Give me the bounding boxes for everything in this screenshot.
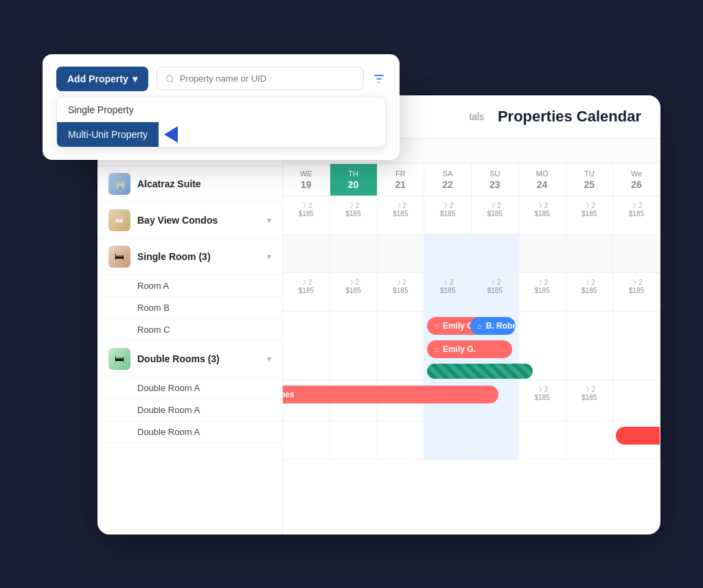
calendar-row-alcatraz: ☽ 2$185 ☽ 2$185 ☽ 2$185 ☽ 2$185 ☽ 2$185 … <box>283 196 660 235</box>
cal-cell[interactable]: ☽ 2$185 <box>378 196 425 234</box>
calendar-row-doublerooms: ☽ 2$185 ☽ 2$185 ☽ 2$185 ⌂ Alfred Jones ☽… <box>283 380 660 421</box>
booking-alfred[interactable]: ⌂ Alfred Jones <box>283 386 498 403</box>
airbnb-icon-3: ⌂ <box>477 322 482 330</box>
cal-cell[interactable]: ☽ 2$185 <box>472 196 519 234</box>
svg-point-0 <box>166 75 172 82</box>
day-header-20: TH 20 <box>330 164 378 196</box>
chevron-down-icon-3: ▾ <box>267 354 271 364</box>
calendar-row-bayview <box>283 235 660 273</box>
day-header-24: MO 24 <box>519 164 566 196</box>
search-icon <box>165 74 174 84</box>
chevron-down-icon-2: ▾ <box>267 252 271 261</box>
search-box <box>157 67 364 90</box>
booking-emily-2[interactable]: ⌂ Emily G. <box>427 340 512 358</box>
dropdown-arrow-icon: ▾ <box>132 73 137 84</box>
dropdown-item-single[interactable]: Single Property <box>57 97 385 122</box>
page-title: Properties Calendar <box>498 108 641 126</box>
tab-rentals[interactable]: tals <box>469 108 484 125</box>
search-input[interactable] <box>180 73 355 84</box>
dropdown-item-multiunit[interactable]: Multi-Unit Property <box>57 122 159 147</box>
property-name-bayview: Bay View Condos <box>137 215 260 226</box>
day-header-21: FR 21 <box>378 164 425 196</box>
cal-cell[interactable]: ☽ 2$185 <box>519 196 566 234</box>
day-header-22: SA 22 <box>424 164 472 196</box>
dropdown-item-multiunit-wrapper: Multi-Unit Property <box>57 122 385 147</box>
property-row-alcatraz[interactable]: 🏢 Alcatraz Suite <box>97 166 282 202</box>
calendar-row-room-a: ⌂ Emily G. ⌂ Emily G. <box>283 311 660 380</box>
property-name-doubleroom: Double Rooms (3) <box>137 353 260 364</box>
calendar-row-singleroom: ☽ 2$185 ☽ 2$185 ☽ 2$185 ☽ 2$185 ☽ 2$185 … <box>283 273 660 311</box>
alcatraz-avatar: 🏢 <box>108 173 130 195</box>
day-header-25: TU 25 <box>566 164 614 196</box>
striped-availability-bar <box>427 364 533 379</box>
header-tabs: tals <box>469 108 484 125</box>
sidebar: Properties (16/16) 🏢 Alcatraz Suite 🏘 Ba… <box>97 139 283 534</box>
calendar-row-sub1 <box>283 421 660 460</box>
cal-cell[interactable]: ☽ 2$185 <box>283 196 330 234</box>
sub-row-double-a3[interactable]: Double Room A <box>97 421 282 443</box>
chevron-down-icon: ▾ <box>267 215 271 225</box>
svg-line-1 <box>172 80 173 82</box>
property-name-singleroom: Single Room (3) <box>137 251 260 262</box>
day-header-26: We 26 <box>613 164 660 196</box>
sub-row-double-a2[interactable]: Double Room A <box>97 399 282 421</box>
calendar-header-row: WE 19 TH 20 FR 21 SA 22 <box>283 164 660 196</box>
toolbar-overlay: Add Property ▾ Single Property Multi-Uni… <box>43 54 400 160</box>
card-body: Properties (16/16) 🏢 Alcatraz Suite 🏘 Ba… <box>97 139 660 534</box>
filter-icon[interactable] <box>372 72 386 86</box>
cal-cell[interactable]: ☽ 2$185 <box>566 196 614 234</box>
sub-row-room-b[interactable]: Room B <box>97 297 282 319</box>
cal-cell[interactable]: ☽ 2$185 <box>424 196 472 234</box>
selection-arrow-icon <box>164 126 178 143</box>
airbnb-icon-2: ⌂ <box>434 345 439 353</box>
add-property-dropdown: Single Property Multi-Unit Property <box>56 97 386 148</box>
add-property-button[interactable]: Add Property ▾ <box>56 67 148 91</box>
property-row-bayview[interactable]: 🏘 Bay View Condos ▾ <box>97 202 282 239</box>
calendar-area: January 2022 WE 19 TH 20 FR 21 <box>283 139 660 534</box>
day-header-23: SU 23 <box>472 164 519 196</box>
sub-row-room-a[interactable]: Room A <box>97 275 282 297</box>
airbnb-icon: ⌂ <box>434 322 439 330</box>
cal-cell[interactable]: ☽ 2$185 <box>613 196 660 234</box>
toolbar-row: Add Property ▾ <box>56 67 386 91</box>
property-row-doubleroom[interactable]: 🛏 Double Rooms (3) ▾ <box>97 341 282 377</box>
cal-cell[interactable]: ☽ 2$185 <box>330 196 378 234</box>
booking-robert[interactable]: ⌂ B. Robert Zenekis <box>470 317 516 335</box>
add-property-label: Add Property <box>67 73 128 84</box>
main-card: tals Properties Calendar Properties (16/… <box>97 95 660 534</box>
bayview-avatar: 🏘 <box>108 209 130 231</box>
property-name-alcatraz: Alcatraz Suite <box>137 178 271 189</box>
singleroom-avatar: 🛏 <box>108 246 130 268</box>
sub-row-double-a1[interactable]: Double Room A <box>97 377 282 399</box>
doubleroom-avatar: 🛏 <box>108 348 130 370</box>
day-header-19: WE 19 <box>283 164 330 196</box>
sub-row-room-c[interactable]: Room C <box>97 319 282 341</box>
property-row-singleroom[interactable]: 🛏 Single Room (3) ▾ <box>97 239 282 275</box>
